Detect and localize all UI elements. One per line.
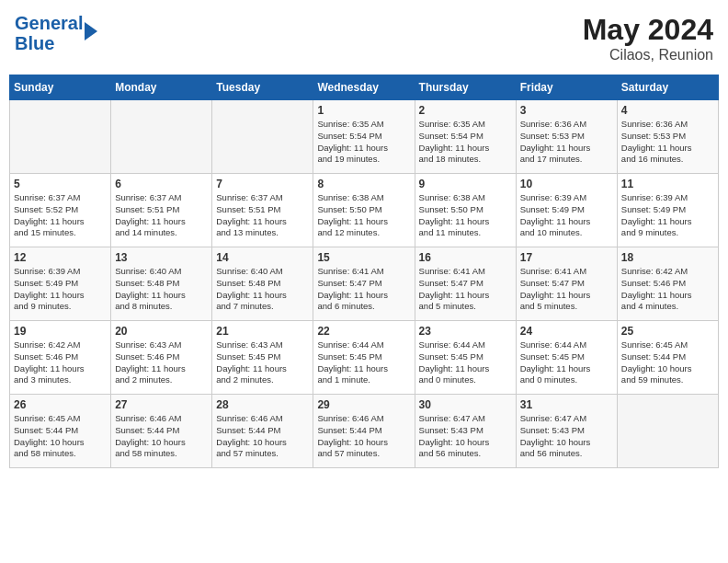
day-number: 31 xyxy=(520,398,613,411)
day-info: Sunrise: 6:46 AMSunset: 5:44 PMDaylight:… xyxy=(216,413,309,460)
day-info: Sunrise: 6:45 AMSunset: 5:44 PMDaylight:… xyxy=(621,339,714,386)
day-number: 30 xyxy=(419,398,512,411)
week-row-5: 26Sunrise: 6:45 AMSunset: 5:44 PMDayligh… xyxy=(10,395,719,468)
day-info: Sunrise: 6:35 AMSunset: 5:54 PMDaylight:… xyxy=(419,119,512,166)
day-number: 9 xyxy=(419,178,512,190)
day-number: 28 xyxy=(216,398,309,411)
column-header-monday: Monday xyxy=(111,75,212,100)
logo: General Blue xyxy=(15,13,97,53)
day-cell: 23Sunrise: 6:44 AMSunset: 5:45 PMDayligh… xyxy=(415,321,516,395)
day-cell: 25Sunrise: 6:45 AMSunset: 5:44 PMDayligh… xyxy=(617,321,718,395)
day-cell: 22Sunrise: 6:44 AMSunset: 5:45 PMDayligh… xyxy=(313,321,415,395)
day-info: Sunrise: 6:46 AMSunset: 5:44 PMDaylight:… xyxy=(115,413,208,460)
day-info: Sunrise: 6:40 AMSunset: 5:48 PMDaylight:… xyxy=(115,266,208,313)
day-info: Sunrise: 6:45 AMSunset: 5:44 PMDaylight:… xyxy=(14,413,107,460)
day-info: Sunrise: 6:36 AMSunset: 5:53 PMDaylight:… xyxy=(520,119,613,166)
page-header: General Blue May 2024 Cilaos, Reunion xyxy=(9,9,719,67)
day-cell: 26Sunrise: 6:45 AMSunset: 5:44 PMDayligh… xyxy=(10,395,111,468)
day-cell xyxy=(10,100,111,174)
day-cell xyxy=(212,100,313,174)
day-number: 29 xyxy=(317,398,410,411)
day-cell: 9Sunrise: 6:38 AMSunset: 5:50 PMDaylight… xyxy=(415,174,516,247)
day-cell: 10Sunrise: 6:39 AMSunset: 5:49 PMDayligh… xyxy=(516,174,617,247)
day-number: 23 xyxy=(419,325,512,338)
week-row-2: 5Sunrise: 6:37 AMSunset: 5:52 PMDaylight… xyxy=(10,174,719,247)
day-cell: 6Sunrise: 6:37 AMSunset: 5:51 PMDaylight… xyxy=(111,174,212,247)
day-number: 3 xyxy=(520,104,613,117)
day-info: Sunrise: 6:37 AMSunset: 5:51 PMDaylight:… xyxy=(216,192,309,239)
column-header-friday: Friday xyxy=(516,75,617,100)
logo-text: General Blue xyxy=(15,13,83,53)
day-number: 27 xyxy=(115,398,208,411)
calendar-table: SundayMondayTuesdayWednesdayThursdayFrid… xyxy=(9,75,719,468)
day-cell: 15Sunrise: 6:41 AMSunset: 5:47 PMDayligh… xyxy=(313,247,415,321)
day-cell: 19Sunrise: 6:42 AMSunset: 5:46 PMDayligh… xyxy=(10,321,111,395)
day-info: Sunrise: 6:42 AMSunset: 5:46 PMDaylight:… xyxy=(14,339,107,386)
day-info: Sunrise: 6:43 AMSunset: 5:45 PMDaylight:… xyxy=(216,339,309,386)
day-cell: 18Sunrise: 6:42 AMSunset: 5:46 PMDayligh… xyxy=(617,247,718,321)
day-info: Sunrise: 6:46 AMSunset: 5:44 PMDaylight:… xyxy=(317,413,410,460)
day-info: Sunrise: 6:38 AMSunset: 5:50 PMDaylight:… xyxy=(317,192,410,239)
week-row-4: 19Sunrise: 6:42 AMSunset: 5:46 PMDayligh… xyxy=(10,321,719,395)
column-header-wednesday: Wednesday xyxy=(313,75,415,100)
day-info: Sunrise: 6:43 AMSunset: 5:46 PMDaylight:… xyxy=(115,339,208,386)
day-cell: 17Sunrise: 6:41 AMSunset: 5:47 PMDayligh… xyxy=(516,247,617,321)
day-cell: 8Sunrise: 6:38 AMSunset: 5:50 PMDaylight… xyxy=(313,174,415,247)
day-number: 11 xyxy=(621,178,714,190)
day-info: Sunrise: 6:40 AMSunset: 5:48 PMDaylight:… xyxy=(216,266,309,313)
day-number: 25 xyxy=(621,325,714,338)
day-info: Sunrise: 6:38 AMSunset: 5:50 PMDaylight:… xyxy=(419,192,512,239)
day-info: Sunrise: 6:42 AMSunset: 5:46 PMDaylight:… xyxy=(621,266,714,313)
day-cell: 4Sunrise: 6:36 AMSunset: 5:53 PMDaylight… xyxy=(617,100,718,174)
day-cell: 7Sunrise: 6:37 AMSunset: 5:51 PMDaylight… xyxy=(212,174,313,247)
day-number: 24 xyxy=(520,325,613,338)
day-number: 19 xyxy=(14,325,107,338)
location-subtitle: Cilaos, Reunion xyxy=(583,47,713,63)
day-cell: 21Sunrise: 6:43 AMSunset: 5:45 PMDayligh… xyxy=(212,321,313,395)
day-info: Sunrise: 6:47 AMSunset: 5:43 PMDaylight:… xyxy=(520,413,613,460)
column-header-tuesday: Tuesday xyxy=(212,75,313,100)
day-info: Sunrise: 6:36 AMSunset: 5:53 PMDaylight:… xyxy=(621,119,714,166)
week-row-1: 1Sunrise: 6:35 AMSunset: 5:54 PMDaylight… xyxy=(10,100,719,174)
day-info: Sunrise: 6:37 AMSunset: 5:52 PMDaylight:… xyxy=(14,192,107,239)
day-info: Sunrise: 6:39 AMSunset: 5:49 PMDaylight:… xyxy=(520,192,613,239)
day-info: Sunrise: 6:39 AMSunset: 5:49 PMDaylight:… xyxy=(14,266,107,313)
day-number: 16 xyxy=(419,251,512,264)
day-cell: 3Sunrise: 6:36 AMSunset: 5:53 PMDaylight… xyxy=(516,100,617,174)
day-cell: 30Sunrise: 6:47 AMSunset: 5:43 PMDayligh… xyxy=(415,395,516,468)
day-cell: 12Sunrise: 6:39 AMSunset: 5:49 PMDayligh… xyxy=(10,247,111,321)
day-cell: 2Sunrise: 6:35 AMSunset: 5:54 PMDaylight… xyxy=(415,100,516,174)
header-row: SundayMondayTuesdayWednesdayThursdayFrid… xyxy=(10,75,719,100)
day-number: 12 xyxy=(14,251,107,264)
calendar-body: 1Sunrise: 6:35 AMSunset: 5:54 PMDaylight… xyxy=(10,100,719,468)
day-cell: 28Sunrise: 6:46 AMSunset: 5:44 PMDayligh… xyxy=(212,395,313,468)
day-number: 21 xyxy=(216,325,309,338)
day-number: 2 xyxy=(419,104,512,117)
day-number: 6 xyxy=(115,178,208,190)
month-year-title: May 2024 xyxy=(583,13,713,47)
day-number: 13 xyxy=(115,251,208,264)
day-number: 5 xyxy=(14,178,107,190)
day-number: 7 xyxy=(216,178,309,190)
day-info: Sunrise: 6:37 AMSunset: 5:51 PMDaylight:… xyxy=(115,192,208,239)
day-info: Sunrise: 6:39 AMSunset: 5:49 PMDaylight:… xyxy=(621,192,714,239)
day-number: 8 xyxy=(317,178,410,190)
day-cell: 11Sunrise: 6:39 AMSunset: 5:49 PMDayligh… xyxy=(617,174,718,247)
day-cell xyxy=(111,100,212,174)
column-header-sunday: Sunday xyxy=(10,75,111,100)
column-header-saturday: Saturday xyxy=(617,75,718,100)
day-cell: 14Sunrise: 6:40 AMSunset: 5:48 PMDayligh… xyxy=(212,247,313,321)
day-cell: 16Sunrise: 6:41 AMSunset: 5:47 PMDayligh… xyxy=(415,247,516,321)
week-row-3: 12Sunrise: 6:39 AMSunset: 5:49 PMDayligh… xyxy=(10,247,719,321)
day-info: Sunrise: 6:44 AMSunset: 5:45 PMDaylight:… xyxy=(520,339,613,386)
day-number: 14 xyxy=(216,251,309,264)
day-cell: 29Sunrise: 6:46 AMSunset: 5:44 PMDayligh… xyxy=(313,395,415,468)
day-number: 26 xyxy=(14,398,107,411)
column-header-thursday: Thursday xyxy=(415,75,516,100)
day-info: Sunrise: 6:41 AMSunset: 5:47 PMDaylight:… xyxy=(419,266,512,313)
day-info: Sunrise: 6:44 AMSunset: 5:45 PMDaylight:… xyxy=(317,339,410,386)
day-cell: 24Sunrise: 6:44 AMSunset: 5:45 PMDayligh… xyxy=(516,321,617,395)
day-info: Sunrise: 6:47 AMSunset: 5:43 PMDaylight:… xyxy=(419,413,512,460)
day-number: 15 xyxy=(317,251,410,264)
day-cell: 13Sunrise: 6:40 AMSunset: 5:48 PMDayligh… xyxy=(111,247,212,321)
